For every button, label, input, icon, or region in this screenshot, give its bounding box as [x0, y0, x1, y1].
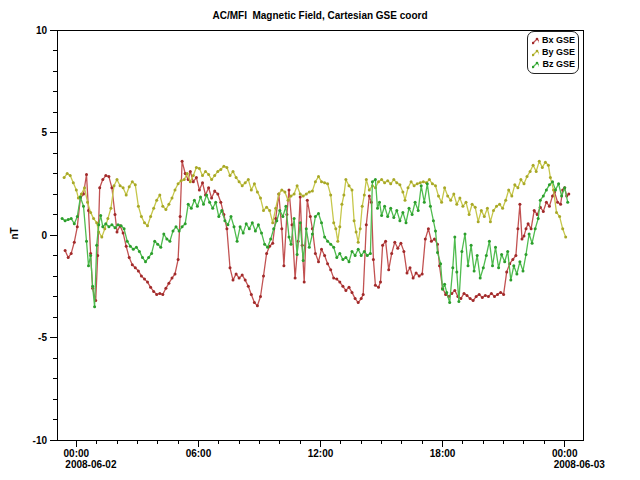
svg-text:2008-06-03: 2008-06-03: [554, 459, 606, 470]
svg-text:00:00: 00:00: [552, 448, 578, 459]
by-line-sample-icon: [532, 48, 539, 58]
legend-label-bx: Bx GSE: [542, 35, 575, 46]
plot-window: AC/MFI Magnetic Field, Cartesian GSE coo…: [0, 0, 640, 480]
svg-text:12:00: 12:00: [308, 448, 334, 459]
svg-text:10: 10: [36, 25, 48, 36]
svg-text:2008-06-02: 2008-06-02: [65, 459, 117, 470]
bz-line-sample-icon: [532, 60, 539, 70]
legend-item-bz[interactable]: Bz GSE: [532, 59, 575, 70]
svg-text:-5: -5: [38, 332, 47, 343]
legend-label-bz: Bz GSE: [542, 59, 575, 70]
svg-text:5: 5: [41, 127, 47, 138]
svg-text:18:00: 18:00: [430, 448, 456, 459]
legend[interactable]: Bx GSE By GSE Bz GSE: [527, 31, 579, 74]
svg-text:00:00: 00:00: [64, 448, 90, 459]
legend-item-bx[interactable]: Bx GSE: [532, 35, 575, 46]
bx-line-sample-icon: [532, 36, 539, 46]
svg-text:0: 0: [41, 230, 47, 241]
svg-text:06:00: 06:00: [186, 448, 212, 459]
legend-label-by: By GSE: [542, 47, 575, 58]
svg-text:-10: -10: [33, 435, 48, 446]
legend-item-by[interactable]: By GSE: [532, 47, 575, 58]
